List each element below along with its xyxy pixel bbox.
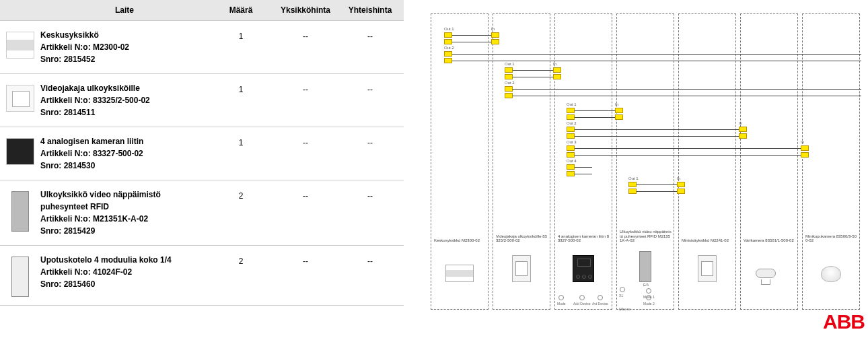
device-unit-price: -- bbox=[273, 254, 338, 266]
device-unit-price: -- bbox=[273, 135, 338, 147]
column-device-image bbox=[639, 251, 651, 282]
port-c2_in bbox=[553, 67, 561, 73]
table-row: Keskusyksikkö Artikkeli N:o: M2300-02 Sn… bbox=[0, 21, 404, 74]
wire bbox=[513, 89, 861, 90]
device-snro: Snro: 2814511 bbox=[40, 106, 209, 119]
control-group: E/A bbox=[643, 281, 649, 287]
port-undefined bbox=[505, 93, 513, 98]
column-label: Keskusyksikkö M2300-02 bbox=[434, 238, 486, 243]
port-c5_in bbox=[739, 127, 747, 132]
wiring-diagram-panel: ABB Keskusyksikkö M2300-02 Videojakaja u… bbox=[404, 0, 868, 338]
port-label: Out 1 bbox=[628, 176, 639, 180]
port-label: In bbox=[739, 121, 742, 125]
port-c1_out2 bbox=[505, 86, 513, 92]
device-name: Ulkoyksikkö video näppäimistö puhesyntee… bbox=[40, 189, 209, 213]
wire bbox=[575, 129, 747, 130]
port-undefined bbox=[444, 58, 452, 63]
column-device-image bbox=[756, 269, 783, 282]
port-label: Out 3 bbox=[567, 140, 577, 144]
device-thumb bbox=[6, 85, 34, 112]
port-label: Out 2 bbox=[505, 81, 515, 85]
device-table: Laite Määrä Yksikköhinta Yhteishinta Kes… bbox=[0, 0, 404, 338]
port-label: Out 4 bbox=[567, 159, 577, 163]
port-c1_in bbox=[491, 32, 499, 38]
table-row: Videojakaja ulkoyksiköille Artikkeli N:o… bbox=[0, 74, 404, 127]
port-undefined bbox=[491, 39, 499, 44]
device-article: Artikkeli N:o: M21351K-A-02 bbox=[40, 213, 209, 225]
device-qty: 1 bbox=[209, 82, 273, 94]
diagram-column: Minisisäyksikkö M2241-02 bbox=[678, 13, 736, 310]
wire bbox=[575, 136, 747, 137]
column-device-image bbox=[445, 265, 474, 282]
port-undefined bbox=[801, 152, 809, 158]
table-row: Ulkoyksikkö video näppäimistö puhesyntee… bbox=[0, 180, 404, 246]
hdr-device: Laite bbox=[40, 5, 209, 15]
wire bbox=[575, 148, 809, 149]
port-undefined bbox=[739, 133, 747, 139]
wire bbox=[575, 155, 809, 156]
wire bbox=[452, 61, 861, 61]
device-snro: Snro: 2815460 bbox=[40, 278, 209, 290]
device-total-price: -- bbox=[338, 189, 402, 201]
column-label: Videojakaja ulkoyksiköille 83325/2-500-0… bbox=[496, 234, 548, 243]
column-label: Ulkoyksikkö video näppäimistö puhesyntee… bbox=[620, 230, 672, 243]
wire bbox=[575, 174, 592, 174]
column-device-image bbox=[821, 266, 841, 282]
control-group: Ulko no bbox=[619, 306, 630, 311]
port-label: Out 2 bbox=[567, 121, 577, 125]
device-snro: Snro: 2814530 bbox=[40, 160, 209, 172]
device-snro: Snro: 2815429 bbox=[40, 225, 209, 237]
device-thumb bbox=[11, 191, 29, 232]
device-unit-price: -- bbox=[273, 82, 338, 94]
control-group: Mode 2 bbox=[643, 295, 655, 306]
control-group: Add Device bbox=[573, 295, 591, 306]
wire bbox=[575, 167, 592, 168]
port-undefined bbox=[553, 74, 561, 79]
wire bbox=[452, 54, 861, 55]
column-label: Minisisäyksikkö M2241-02 bbox=[682, 238, 734, 243]
port-label: In bbox=[615, 102, 618, 106]
port-undefined bbox=[567, 171, 575, 176]
device-name: Upotuskotelo 4 moduulia koko 1/4 bbox=[40, 254, 209, 266]
port-c2_out2 bbox=[567, 127, 575, 132]
column-device-image bbox=[512, 255, 531, 282]
column-label: 4 analogisen kameran liitin 83327-500-02 bbox=[558, 234, 610, 243]
port-c2_out4 bbox=[567, 164, 575, 170]
port-c0_out1 bbox=[444, 32, 452, 38]
diagram-column: Värikamera 83501/1-500-02 bbox=[740, 13, 798, 310]
control-group: Mode bbox=[557, 295, 566, 306]
diagram-column: Videojakaja ulkoyksiköille 83325/2-500-0… bbox=[493, 13, 550, 310]
port-undefined bbox=[505, 74, 513, 79]
device-total-price: -- bbox=[338, 135, 402, 147]
port-c0_out2 bbox=[444, 51, 452, 57]
diagram-column: 4 analogisen kameran liitin 83327-500-02 bbox=[554, 13, 612, 310]
hdr-unit: Yksikköhinta bbox=[273, 5, 338, 15]
port-undefined bbox=[677, 189, 685, 194]
device-thumb bbox=[11, 257, 29, 297]
device-unit-price: -- bbox=[273, 189, 338, 201]
table-row: Upotuskotelo 4 moduulia koko 1/4 Artikke… bbox=[0, 246, 404, 306]
port-undefined bbox=[567, 114, 575, 120]
device-total-price: -- bbox=[338, 254, 402, 266]
port-undefined bbox=[444, 39, 452, 44]
port-c6_in bbox=[801, 145, 809, 151]
port-c1_out1 bbox=[505, 67, 513, 73]
device-article: Artikkeli N:o: M2300-02 bbox=[40, 41, 209, 53]
port-c3_in bbox=[615, 108, 623, 113]
port-c2_out1 bbox=[567, 108, 575, 113]
port-c3_out1 bbox=[628, 182, 637, 187]
hdr-qty: Määrä bbox=[209, 5, 273, 15]
port-label: In bbox=[491, 27, 495, 31]
port-c2_out3 bbox=[567, 145, 575, 151]
diagram-column: Minikupukamera 83500/3-500-02 bbox=[802, 13, 860, 310]
device-qty: 1 bbox=[209, 29, 273, 41]
table-row: 4 analogisen kameran liitin Artikkeli N:… bbox=[0, 127, 404, 180]
column-label: Värikamera 83501/1-500-02 bbox=[744, 238, 796, 243]
abb-logo: ABB bbox=[823, 310, 865, 333]
port-undefined bbox=[567, 152, 575, 158]
device-name: Videojakaja ulkoyksiköille bbox=[40, 82, 209, 94]
column-device-image bbox=[573, 255, 594, 282]
column-label: Minikupukamera 83500/3-500-02 bbox=[805, 234, 858, 243]
device-snro: Snro: 2815452 bbox=[40, 53, 209, 65]
port-undefined bbox=[628, 189, 637, 194]
